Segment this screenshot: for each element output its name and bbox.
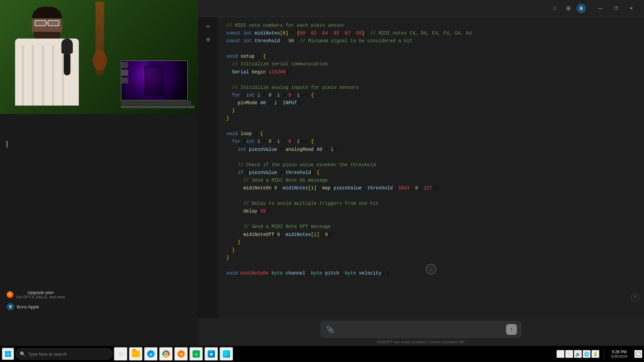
dark-bottom-left: + Upgrade plan Get GPT-4, DALLE, and mor… (0, 114, 198, 346)
taskbar-search[interactable]: 🔍 Type here to search (15, 348, 113, 360)
taskbar-edge[interactable]: e (144, 347, 158, 361)
code-container: // MIDI note numbers for each piezo sens… (218, 17, 644, 318)
extensions-button[interactable]: ⊞ (563, 3, 573, 13)
taskbar-app-teal[interactable]: ◆ (204, 347, 218, 361)
cursor-line (7, 141, 7, 147)
attach-button[interactable]: 📎 (325, 324, 335, 335)
systray: ^ 🎙 🔊 🌐 🔋 (554, 350, 602, 358)
taskbar-clock[interactable]: 9:28 PM 5/26/2024 (606, 346, 633, 362)
chatgpt-header: ☆ ⊞ B — ❐ ✕ (198, 0, 644, 17)
person-overlay (5, 5, 99, 109)
taskbar-app-cyan[interactable]: ⬡ (219, 347, 233, 361)
minimize-button[interactable]: — (593, 3, 608, 14)
upgrade-section: + Upgrade plan Get GPT-4, DALLE, and mor… (0, 286, 198, 314)
code-block: // MIDI note numbers for each piezo sens… (226, 22, 636, 277)
svg-rect-2 (5, 354, 8, 357)
taskbar-file-explorer[interactable] (129, 347, 143, 361)
left-section: + Upgrade plan Get GPT-4, DALLE, and mor… (0, 0, 198, 346)
notification-button[interactable]: 💬 (634, 350, 642, 358)
footer-disclaimer: ChatGPT can make mistakes. Check importa… (377, 340, 465, 346)
start-button[interactable] (2, 348, 14, 360)
search-icon: 🔍 (20, 351, 25, 357)
chat-input-section: 📎 ↑ ChatGPT can make mistakes. Check imp… (198, 318, 644, 346)
chat-input-box: 📎 ↑ (320, 321, 522, 338)
laptop-container (121, 60, 195, 111)
upgrade-plus-icon: + (7, 291, 13, 298)
windows-logo-icon (5, 351, 11, 357)
upgrade-text: Upgrade plan Get GPT-4, DALLE, and more (16, 290, 65, 299)
search-placeholder-text: Type here to search (28, 352, 67, 357)
sidebar-new-chat[interactable]: ✏ (203, 22, 213, 31)
close-button[interactable]: ✕ (624, 3, 639, 14)
full-layout: + Upgrade plan Get GPT-4, DALLE, and mor… (0, 0, 644, 346)
svg-rect-1 (8, 351, 11, 354)
main-container: + Upgrade plan Get GPT-4, DALLE, and mor… (0, 0, 644, 362)
chatgpt-left-sidebar: ✏ ⊕ (198, 17, 218, 318)
bookmark-button[interactable]: ☆ (550, 3, 560, 13)
user-name-label: Buno Apple (17, 304, 39, 309)
sidebar-search[interactable]: ⊕ (203, 35, 213, 44)
restore-button[interactable]: ❐ (608, 3, 624, 14)
taskbar-right: ^ 🎙 🔊 🌐 🔋 9:28 PM 5/26/2024 💬 (554, 346, 644, 362)
taskbar-app-green[interactable]: ◎ (189, 347, 203, 361)
svg-rect-0 (5, 351, 8, 354)
chat-input-field[interactable] (338, 327, 503, 332)
clock-time: 9:28 PM (612, 350, 627, 354)
systray-chevron[interactable]: ^ (556, 350, 565, 358)
systray-mic[interactable]: 🎙 (565, 350, 573, 358)
systray-volume[interactable]: 🔊 (574, 350, 582, 358)
user-profile-button[interactable]: B Buno Apple (3, 301, 43, 312)
right-section: ☆ ⊞ B — ❐ ✕ ✏ ⊕ (198, 0, 644, 346)
chatgpt-content-area: ✏ ⊕ // MIDI note numbers for each piezo … (198, 17, 644, 318)
webcam-area (0, 0, 198, 114)
systray-battery[interactable]: 🔋 (591, 350, 599, 358)
taskbar: 🔍 Type here to search ⊞ e ◈ ◎ ◆ (0, 346, 644, 362)
taskbar-chrome[interactable] (159, 347, 173, 361)
taskbar-task-view[interactable]: ⊞ (114, 347, 128, 361)
upgrade-plan-button[interactable]: + Upgrade plan Get GPT-4, DALLE, and mor… (3, 288, 68, 301)
taskbar-divider (604, 349, 604, 359)
clock-date: 5/26/2024 (611, 354, 628, 358)
user-avatar: B (7, 303, 14, 310)
taskbar-app-orange[interactable]: ◈ (174, 347, 188, 361)
guitar-body (93, 50, 107, 70)
scroll-down-button[interactable]: ↓ (426, 264, 436, 275)
systray-network[interactable]: 🌐 (583, 350, 591, 358)
svg-rect-3 (8, 354, 11, 357)
browser-user-avatar: B (577, 4, 586, 13)
send-button[interactable]: ↑ (506, 324, 517, 335)
help-button[interactable]: ? (631, 293, 639, 301)
webcam-image (0, 0, 198, 114)
